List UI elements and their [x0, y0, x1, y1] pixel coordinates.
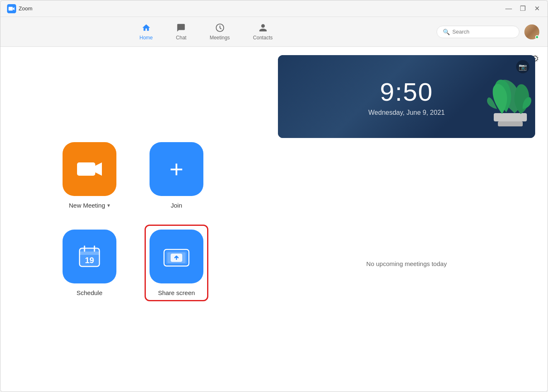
tab-contacts[interactable]: Contacts	[241, 20, 284, 44]
svg-rect-14	[498, 121, 523, 126]
schedule-button[interactable]: 19	[63, 230, 116, 283]
join-item[interactable]: + Join	[150, 142, 203, 209]
share-screen-item[interactable]: Share screen	[150, 230, 203, 296]
app-window: Zoom — ❐ ✕ Home	[0, 0, 548, 392]
home-icon	[142, 23, 151, 34]
app-logo: Zoom	[7, 4, 32, 13]
search-icon: 🔍	[443, 29, 450, 35]
clock-date: Wednesday, June 9, 2021	[368, 109, 444, 116]
share-screen-icon	[162, 244, 191, 269]
nav-right: 🔍	[437, 24, 539, 39]
window-controls: — ❐ ✕	[505, 5, 541, 13]
nav-tabs: Home Chat Meetings	[9, 20, 403, 44]
tab-home-label: Home	[140, 35, 153, 41]
clock-camera-button[interactable]: 📷	[516, 60, 529, 73]
tab-chat-label: Chat	[176, 35, 186, 41]
meetings-section: No upcoming meetings today	[278, 148, 535, 379]
clock-background: 📷 9:50 Wednesday, June 9, 2021	[278, 55, 535, 138]
plus-icon: +	[169, 157, 183, 181]
meetings-icon	[215, 23, 225, 34]
tab-contacts-label: Contacts	[253, 35, 273, 41]
tab-meetings-label: Meetings	[210, 35, 230, 41]
new-meeting-button[interactable]	[63, 142, 116, 196]
title-bar: Zoom — ❐ ✕	[0, 0, 548, 17]
svg-rect-13	[494, 113, 527, 121]
calendar-icon: 19	[77, 244, 102, 269]
contacts-icon	[258, 23, 268, 34]
tab-home[interactable]: Home	[128, 20, 164, 44]
close-button[interactable]: ✕	[533, 5, 541, 13]
maximize-button[interactable]: ❐	[519, 5, 527, 13]
main-content: ⚙ New Meeting ▾	[0, 47, 548, 392]
app-title: Zoom	[19, 5, 32, 12]
join-button[interactable]: +	[150, 142, 203, 196]
right-panel: 📷 9:50 Wednesday, June 9, 2021	[266, 47, 548, 392]
plant-decoration	[461, 68, 535, 138]
user-avatar-container[interactable]	[524, 24, 539, 39]
action-grid: New Meeting ▾ + Join	[63, 142, 203, 296]
new-meeting-item[interactable]: New Meeting ▾	[63, 142, 116, 209]
search-box[interactable]: 🔍	[437, 26, 519, 38]
svg-rect-5	[80, 252, 99, 255]
zoom-logo-icon	[7, 4, 16, 13]
avatar-status-indicator	[535, 35, 539, 39]
schedule-label: Schedule	[77, 289, 103, 296]
new-meeting-chevron: ▾	[107, 202, 110, 208]
minimize-button[interactable]: —	[505, 5, 513, 13]
tab-chat[interactable]: Chat	[164, 20, 198, 44]
no-meetings-message: No upcoming meetings today	[366, 260, 447, 267]
camera-icon	[76, 159, 103, 179]
svg-text:19: 19	[85, 256, 94, 265]
tab-meetings[interactable]: Meetings	[198, 20, 241, 44]
share-screen-label: Share screen	[158, 289, 195, 296]
left-panel: New Meeting ▾ + Join	[0, 47, 266, 392]
clock-widget: 📷 9:50 Wednesday, June 9, 2021	[278, 55, 535, 138]
new-meeting-label: New Meeting ▾	[69, 202, 110, 209]
join-label: Join	[171, 202, 182, 209]
nav-bar: Home Chat Meetings	[0, 17, 548, 47]
search-input[interactable]	[452, 29, 510, 35]
chat-icon	[176, 23, 186, 34]
clock-time: 9:50	[380, 77, 433, 106]
share-screen-button[interactable]	[150, 230, 203, 283]
svg-rect-2	[77, 162, 95, 176]
schedule-item[interactable]: 19 Schedule	[63, 230, 116, 296]
